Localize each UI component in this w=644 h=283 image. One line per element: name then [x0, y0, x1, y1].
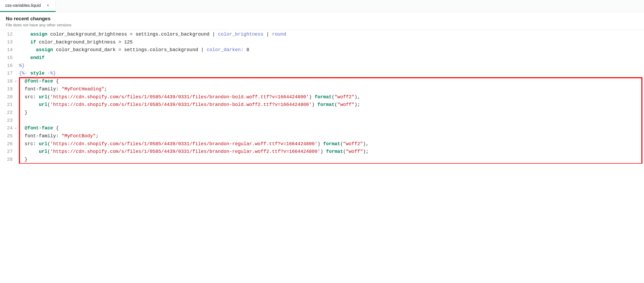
file-tab[interactable]: css-variables.liquid × — [0, 0, 56, 12]
code-content[interactable]: url('https://cdn.shopify.com/s/files/1/0… — [17, 101, 360, 109]
line-number: 23 — [0, 117, 14, 125]
code-content[interactable]: @font-face { — [17, 124, 59, 132]
code-line: 24 v @font-face { — [0, 124, 644, 132]
code-line: 25 font-family: "MyFontBody"; — [0, 132, 644, 140]
code-content[interactable]: } — [17, 109, 27, 117]
code-content[interactable]: @font-face { — [17, 77, 59, 85]
fold-gutter — [14, 31, 17, 38]
fold-gutter — [14, 46, 17, 54]
code-line: 28 } — [0, 156, 644, 164]
code-line: 18 v @font-face { — [0, 77, 644, 85]
fold-gutter — [14, 93, 17, 101]
code-content[interactable]: if color_background_brightness > 125 — [17, 38, 133, 46]
code-content[interactable] — [17, 117, 19, 125]
line-number: 15 — [0, 54, 14, 62]
version-status-bar: No recent changes File does not have any… — [0, 12, 644, 30]
code-content[interactable]: %} — [17, 62, 25, 70]
line-number: 19 — [0, 85, 14, 93]
fold-gutter — [14, 85, 17, 93]
fold-gutter — [14, 62, 17, 70]
code-content[interactable]: url('https://cdn.shopify.com/s/files/1/0… — [17, 148, 369, 156]
line-number: 14 — [0, 46, 14, 54]
code-content[interactable]: src: url('https://cdn.shopify.com/s/file… — [17, 93, 360, 101]
status-subtitle: File does not have any other versions — [6, 23, 638, 27]
fold-gutter — [14, 117, 17, 125]
code-content[interactable]: font-family: "MyFontHeading"; — [17, 85, 107, 93]
code-line: 19 font-family: "MyFontHeading"; — [0, 85, 644, 93]
fold-gutter — [14, 70, 17, 77]
code-content[interactable]: } — [17, 156, 27, 164]
fold-gutter — [14, 38, 17, 46]
fold-icon[interactable]: v — [14, 124, 17, 132]
line-number: 20 — [0, 93, 14, 101]
line-number: 27 — [0, 148, 14, 156]
fold-gutter — [14, 54, 17, 62]
code-line: 27 url('https://cdn.shopify.com/s/files/… — [0, 148, 644, 156]
close-icon[interactable]: × — [46, 3, 50, 8]
line-number: 13 — [0, 38, 14, 46]
status-title: No recent changes — [6, 16, 638, 22]
code-line: 15 endif — [0, 54, 644, 62]
line-number: 22 — [0, 109, 14, 117]
code-content[interactable]: src: url('https://cdn.shopify.com/s/file… — [17, 140, 369, 148]
code-line: 17 {%- style -%} — [0, 70, 644, 77]
code-content[interactable]: assign color_background_brightness = set… — [17, 31, 286, 38]
code-content[interactable]: assign color_background_dark = settings.… — [17, 46, 249, 54]
line-number: 18 — [0, 77, 14, 85]
code-content[interactable]: endif — [17, 54, 44, 62]
code-line: 26 src: url('https://cdn.shopify.com/s/f… — [0, 140, 644, 148]
code-line: 13 if color_background_brightness > 125 — [0, 38, 644, 46]
code-line: 14 assign color_background_dark = settin… — [0, 46, 644, 54]
code-content[interactable]: font-family: "MyFontBody"; — [17, 132, 98, 140]
code-line: 12 assign color_background_brightness = … — [0, 31, 644, 38]
line-number: 26 — [0, 140, 14, 148]
fold-icon[interactable]: v — [14, 77, 17, 85]
code-editor[interactable]: 12 assign color_background_brightness = … — [0, 30, 644, 164]
line-number: 21 — [0, 101, 14, 109]
code-line: 23 — [0, 117, 644, 125]
fold-gutter — [14, 109, 17, 117]
file-tab-label: css-variables.liquid — [5, 3, 41, 8]
line-number: 24 — [0, 124, 14, 132]
fold-gutter — [14, 156, 17, 164]
code-line: 20 src: url('https://cdn.shopify.com/s/f… — [0, 93, 644, 101]
fold-gutter — [14, 148, 17, 156]
line-number: 17 — [0, 70, 14, 77]
line-number: 28 — [0, 156, 14, 164]
code-content[interactable]: {%- style -%} — [17, 70, 56, 77]
code-line: 21 url('https://cdn.shopify.com/s/files/… — [0, 101, 644, 109]
code-line: 16 %} — [0, 62, 644, 70]
line-number: 25 — [0, 132, 14, 140]
tab-bar: css-variables.liquid × — [0, 0, 644, 12]
line-number: 12 — [0, 31, 14, 38]
fold-gutter — [14, 101, 17, 109]
code-line: 22 } — [0, 109, 644, 117]
fold-gutter — [14, 140, 17, 148]
line-number: 16 — [0, 62, 14, 70]
fold-gutter — [14, 132, 17, 140]
